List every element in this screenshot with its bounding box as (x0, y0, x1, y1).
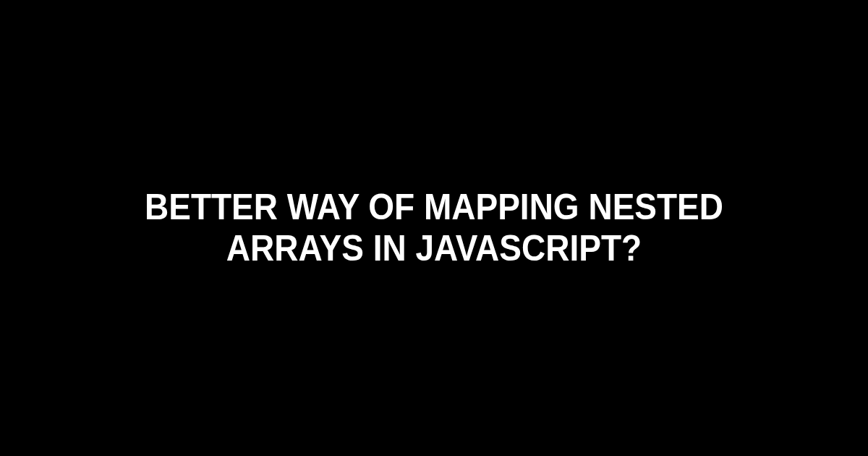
page-title: Better Way of Mapping Nested Arrays in J… (75, 187, 793, 270)
title-container: Better Way of Mapping Nested Arrays in J… (0, 187, 868, 270)
